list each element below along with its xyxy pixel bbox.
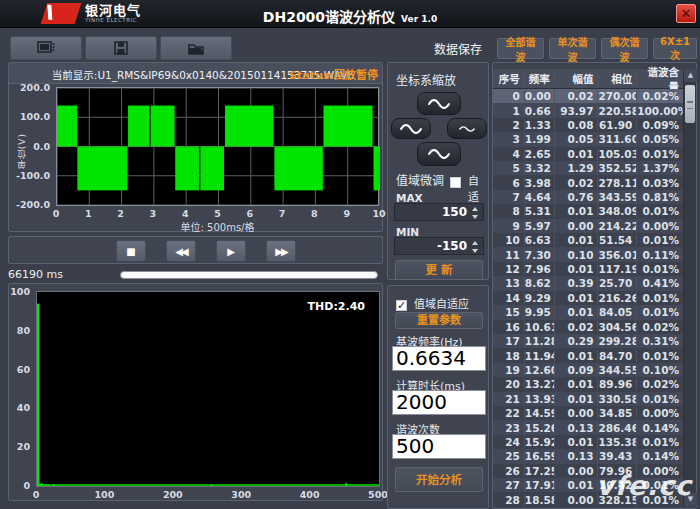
rewind-button[interactable]: ◀◀ xyxy=(166,240,196,262)
spinner-arrows-icon[interactable] xyxy=(471,207,479,219)
table-row[interactable]: 10.6693.97220.58100.00% xyxy=(493,103,683,117)
seek-slider[interactable] xyxy=(120,271,378,279)
table-row[interactable]: 74.640.76343.590.81% xyxy=(493,190,683,204)
col-header-amplitude[interactable]: 幅值 xyxy=(555,71,599,86)
harmonic-count-input[interactable]: 500 xyxy=(392,434,486,459)
display-mode-button[interactable] xyxy=(10,36,82,60)
table-row[interactable]: 21.330.0861.900.09% xyxy=(493,118,683,132)
table-row[interactable]: 149.290.01216.260.01% xyxy=(493,291,683,305)
table-row[interactable]: 1711.280.29299.280.31% xyxy=(493,334,683,348)
save-even-harmonics-button[interactable]: 偶次谐波 xyxy=(601,38,648,59)
x-tick-label: 5 xyxy=(214,208,221,219)
col-header-serial[interactable]: 序号 xyxy=(493,71,525,86)
table-row[interactable]: 2516.590.1339.430.14% xyxy=(493,449,683,463)
waveform-plot[interactable] xyxy=(56,87,379,206)
spinner-arrows-icon[interactable] xyxy=(471,241,479,253)
title-bar: 银河电气 YINHE ELECTRIC DH2000谐波分析仪Ver 1.0 ✕ xyxy=(0,0,700,28)
spectrum-plot[interactable]: THD:2.40 xyxy=(36,291,380,487)
table-cell: 0.00% xyxy=(637,220,683,232)
table-cell: 3.98 xyxy=(525,177,555,189)
table-row[interactable]: 2214.590.0034.850.00% xyxy=(493,406,683,420)
calc-duration-input[interactable]: 2000 xyxy=(392,390,486,415)
table-row[interactable]: 85.310.01348.090.01% xyxy=(493,204,683,218)
table-cell: 11 xyxy=(493,249,525,261)
table-row[interactable]: 42.650.01105.030.01% xyxy=(493,147,683,161)
zoom-down-button[interactable] xyxy=(417,142,461,166)
table-row[interactable]: 127.960.01117.190.01% xyxy=(493,262,683,276)
table-row[interactable]: 1610.610.02304.560.02% xyxy=(493,320,683,334)
table-row[interactable]: 1912.600.09344.550.10% xyxy=(493,363,683,377)
scroll-up-icon[interactable]: ▲ xyxy=(684,69,697,82)
table-row[interactable]: 63.980.02278.110.03% xyxy=(493,175,683,189)
play-button[interactable]: ▶ xyxy=(216,240,246,262)
table-row[interactable]: 138.620.3925.700.41% xyxy=(493,276,683,290)
x-tick-label: 9 xyxy=(343,208,350,219)
max-value-spinner[interactable]: 150 xyxy=(394,203,484,221)
fundamental-freq-input[interactable]: 0.6634 xyxy=(392,346,486,371)
table-row[interactable]: 2013.270.0189.960.02% xyxy=(493,377,683,391)
scroll-down-icon[interactable]: ▼ xyxy=(684,493,697,506)
table-cell: 278.11 xyxy=(598,177,637,189)
table-scrollbar[interactable]: ▲ ▼ xyxy=(683,69,696,506)
save-file-button[interactable] xyxy=(85,36,157,60)
table-row[interactable]: 2717.910.0110.420.01% xyxy=(493,478,683,492)
start-analysis-button[interactable]: 开始分析 xyxy=(395,467,483,492)
table-row[interactable]: 117.300.10356.010.11% xyxy=(493,247,683,261)
table-row[interactable]: 106.630.0151.540.01% xyxy=(493,233,683,247)
waveform-panel: 当前显示:U1_RMS&IP69&0x0140&20150114153715.W… xyxy=(8,62,383,232)
fast-forward-button[interactable]: ▶▶ xyxy=(266,240,296,262)
table-row[interactable]: 31.990.05311.600.05% xyxy=(493,132,683,146)
save-odd-harmonics-button[interactable]: 单次谐波 xyxy=(549,38,596,59)
sine-wave-icon xyxy=(427,147,451,161)
zoom-up-button[interactable] xyxy=(417,92,461,115)
auto-range-fit-checkbox[interactable] xyxy=(396,294,407,313)
table-row[interactable]: 2113.930.01330.580.01% xyxy=(493,392,683,406)
zoom-left-button[interactable] xyxy=(391,118,431,139)
table-row[interactable]: 2415.920.01135.380.01% xyxy=(493,435,683,449)
table-row[interactable]: 95.970.00214.220.00% xyxy=(493,219,683,233)
stop-button[interactable]: ■ xyxy=(116,240,146,262)
table-cell: 0.01 xyxy=(555,234,599,246)
col-header-phase[interactable]: 相位 xyxy=(598,71,637,86)
max-value: 150 xyxy=(442,205,467,219)
coordinate-zoom-panel: 坐标系缩放 值域微调 自适应 MAX 150 MIN -150 更 新 xyxy=(387,62,489,280)
table-cell: 0.00 xyxy=(555,220,599,232)
table-cell: 0.00 xyxy=(555,494,599,506)
x-tick-label: 0 xyxy=(53,208,60,219)
table-cell: 79.96 xyxy=(598,465,637,477)
table-row[interactable]: 2617.250.0079.960.00% xyxy=(493,464,683,478)
save-6x1-harmonics-button[interactable]: 6X±1次 xyxy=(653,38,697,59)
table-row[interactable]: 00.000.02270.000.02% xyxy=(493,89,683,103)
table-row[interactable]: 2315.260.13286.460.14% xyxy=(493,420,683,434)
table-cell: 0 xyxy=(493,90,525,102)
table-row[interactable]: 159.950.0184.050.01% xyxy=(493,305,683,319)
col-header-frequency[interactable]: 频率 xyxy=(525,71,555,86)
save-all-harmonics-button[interactable]: 全部谐波 xyxy=(497,38,544,59)
close-button[interactable]: ✕ xyxy=(676,4,696,23)
min-value-spinner[interactable]: -150 xyxy=(394,237,484,255)
open-file-button[interactable] xyxy=(160,36,232,60)
table-cell: 7 xyxy=(493,191,525,203)
waveform-header: 当前显示:U1_RMS&IP69&0x0140&20150114153715.W… xyxy=(9,63,382,84)
table-row[interactable]: 53.321.29352.521.37% xyxy=(493,161,683,175)
auto-range-checkbox[interactable] xyxy=(450,171,461,190)
table-cell: 0.01% xyxy=(637,205,683,217)
table-cell: 220.58 xyxy=(598,105,637,117)
table-cell: 0.01% xyxy=(637,306,683,318)
table-cell: 0.11% xyxy=(637,249,683,261)
zoom-right-button[interactable] xyxy=(447,118,487,139)
y-tick-label: 100 xyxy=(10,286,30,297)
table-cell: 0.02% xyxy=(637,90,683,102)
checkbox-checked-icon xyxy=(396,300,407,311)
scrollbar-thumb[interactable] xyxy=(685,85,695,123)
table-cell: 0.10% xyxy=(637,364,683,376)
table-cell: 0.31% xyxy=(637,335,683,347)
table-cell: 0.01% xyxy=(637,234,683,246)
update-button[interactable]: 更 新 xyxy=(395,260,483,280)
table-cell: 9.29 xyxy=(525,292,555,304)
table-cell: 0.02 xyxy=(555,177,599,189)
reset-params-button[interactable]: 重置参数 xyxy=(395,312,483,329)
table-cell: 0.01% xyxy=(637,350,683,362)
table-row[interactable]: 2818.580.00328.150.01% xyxy=(493,492,683,506)
table-row[interactable]: 1811.940.0184.700.01% xyxy=(493,348,683,362)
